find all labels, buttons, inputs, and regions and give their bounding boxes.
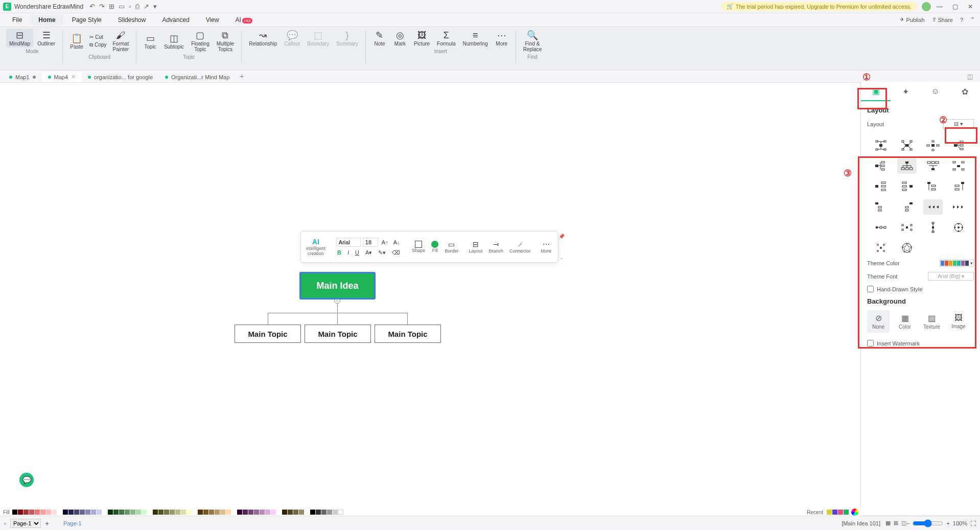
color-swatch[interactable] xyxy=(186,510,192,515)
color-swatch[interactable] xyxy=(333,510,338,515)
color-swatch[interactable] xyxy=(215,510,220,515)
connector-button[interactable]: ⟋Connector xyxy=(507,234,533,260)
fullscreen-icon[interactable]: ⛶ xyxy=(970,520,976,526)
copy-button[interactable]: ⧉ Copy xyxy=(87,41,108,49)
color-swatch[interactable] xyxy=(142,510,147,515)
recent-swatch[interactable] xyxy=(844,510,849,515)
font-family-select[interactable] xyxy=(336,238,361,247)
multiple-topics-button[interactable]: ⧉Multiple Topics xyxy=(214,29,237,53)
print-icon[interactable]: ⎙ xyxy=(135,3,139,10)
color-swatch[interactable] xyxy=(209,510,214,515)
undo-icon[interactable]: ↶ xyxy=(89,3,95,10)
doctab-org-mindmap[interactable]: Organizati...r Mind Map xyxy=(159,72,236,82)
fill-button[interactable]: Fill xyxy=(429,234,440,260)
menu-file[interactable]: File xyxy=(5,15,29,25)
color-swatch[interactable] xyxy=(203,510,208,515)
color-swatch[interactable] xyxy=(108,510,113,515)
toggle-panel-icon[interactable]: ◫ xyxy=(963,71,977,82)
export-icon[interactable]: ↗ xyxy=(144,3,149,10)
save-icon[interactable]: ▫ xyxy=(129,3,131,10)
format-painter-button[interactable]: 🖌Format Painter xyxy=(110,29,132,53)
theme-font-select[interactable]: Arial (Big) ▾ xyxy=(928,272,974,281)
color-swatch[interactable] xyxy=(170,510,175,515)
color-swatch[interactable] xyxy=(254,510,259,515)
new-tab-button[interactable]: + xyxy=(236,70,248,82)
find-replace-button[interactable]: 🔍Find & Replace xyxy=(520,29,545,53)
color-swatch[interactable] xyxy=(40,510,45,515)
layout-opt-15[interactable] xyxy=(923,199,943,215)
layout-opt-1[interactable] xyxy=(871,138,891,153)
layout-opt-4[interactable] xyxy=(949,138,968,153)
color-swatch[interactable] xyxy=(288,510,293,515)
color-swatch[interactable] xyxy=(24,510,29,515)
recent-swatch[interactable] xyxy=(838,510,843,515)
close-button[interactable]: ✕ xyxy=(964,3,977,10)
page-select[interactable]: Page-1 xyxy=(10,519,41,528)
color-swatch[interactable] xyxy=(282,510,287,515)
recent-swatch[interactable] xyxy=(827,510,832,515)
color-swatch[interactable] xyxy=(63,510,68,515)
canvas[interactable]: − Main Idea Main Topic Main Topic Main T… xyxy=(0,83,861,515)
recent-swatch[interactable] xyxy=(832,510,837,515)
color-swatch[interactable] xyxy=(226,510,231,515)
shape-button[interactable]: Shape xyxy=(410,234,427,260)
bg-image-button[interactable]: 🖼Image xyxy=(947,310,970,333)
boundary-button[interactable]: ⬚Boundary xyxy=(304,29,332,48)
color-swatch[interactable] xyxy=(119,510,124,515)
note-button[interactable]: ✎Note xyxy=(370,29,389,48)
layout-dropdown[interactable]: ⊟ ▾ xyxy=(943,119,974,129)
user-avatar[interactable] xyxy=(922,2,931,11)
color-swatch[interactable] xyxy=(80,510,85,515)
more-qat-icon[interactable]: ▾ xyxy=(153,3,157,10)
font-size-select[interactable] xyxy=(363,238,378,247)
color-swatch[interactable] xyxy=(293,510,298,515)
panel-tab-style[interactable]: ✦ xyxy=(891,82,920,101)
collapse-ribbon-icon[interactable]: ⌃ xyxy=(970,16,975,23)
highlight-button[interactable]: ✎▾ xyxy=(377,249,387,257)
color-swatch[interactable] xyxy=(136,510,141,515)
layout-opt-9[interactable] xyxy=(871,179,891,194)
layout-opt-13[interactable] xyxy=(871,199,891,215)
color-swatch[interactable] xyxy=(130,510,135,515)
color-swatch[interactable] xyxy=(153,510,158,515)
color-swatch[interactable] xyxy=(338,510,343,515)
doctab-org-google[interactable]: organizatio... for google xyxy=(82,72,159,82)
branch-button[interactable]: ⤙Branch xyxy=(486,234,505,260)
pin-toolbar-icon[interactable]: 📌 xyxy=(558,234,565,239)
layout-opt-10[interactable] xyxy=(897,179,917,194)
bold-button[interactable]: B xyxy=(336,249,343,256)
layout-opt-19[interactable] xyxy=(923,220,943,235)
layout-opt-20[interactable] xyxy=(949,220,968,235)
layout-opt-21[interactable] xyxy=(871,240,891,256)
panel-tab-settings[interactable]: ✿ xyxy=(950,82,980,101)
zoom-slider[interactable] xyxy=(913,519,943,527)
layout-opt-2[interactable] xyxy=(897,138,917,153)
color-swatch[interactable] xyxy=(125,510,130,515)
color-swatch[interactable] xyxy=(299,510,304,515)
add-page-button[interactable]: + xyxy=(45,519,49,527)
panel-tab-layout[interactable]: ▣ xyxy=(861,82,891,101)
layout-button-toolbar[interactable]: ⊟Layout xyxy=(466,234,484,260)
watermark-checkbox[interactable] xyxy=(867,340,874,347)
color-swatch[interactable] xyxy=(12,510,17,515)
topic-button[interactable]: ▭Topic xyxy=(141,29,160,53)
color-swatch[interactable] xyxy=(181,510,186,515)
chat-assistant-button[interactable]: 💬 xyxy=(19,473,34,487)
color-swatch[interactable] xyxy=(18,510,23,515)
hand-drawn-checkbox[interactable] xyxy=(867,286,874,292)
color-swatch[interactable] xyxy=(243,510,248,515)
layout-opt-3[interactable] xyxy=(923,138,943,153)
panel-tab-theme[interactable]: ☺ xyxy=(921,82,950,101)
color-swatch[interactable] xyxy=(271,510,276,515)
menu-advanced[interactable]: Advanced xyxy=(155,15,196,25)
menu-home[interactable]: Home xyxy=(31,15,62,25)
bg-color-button[interactable]: ▦Color xyxy=(894,310,916,333)
color-swatch[interactable] xyxy=(265,510,270,515)
color-swatch[interactable] xyxy=(237,510,242,515)
floating-topic-button[interactable]: ▢Floating Topic xyxy=(188,29,213,53)
ai-creation-button[interactable]: AI intelligent creation xyxy=(304,234,328,260)
share-button[interactable]: ⇪ Share xyxy=(932,16,953,23)
open-icon[interactable]: ▭ xyxy=(119,3,125,10)
underline-button[interactable]: U xyxy=(354,249,361,256)
color-swatch[interactable] xyxy=(260,510,265,515)
